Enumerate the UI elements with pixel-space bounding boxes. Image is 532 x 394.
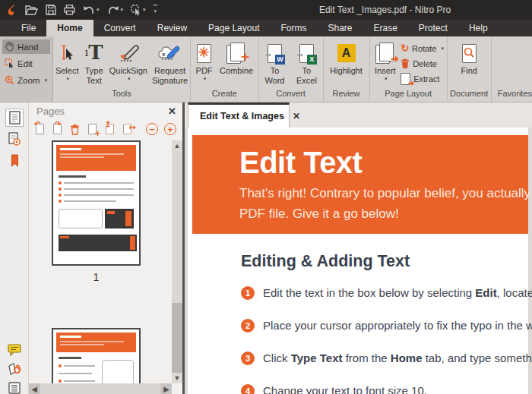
rotate-icon: ↻: [401, 43, 409, 53]
attachments-panel-icon[interactable]: [5, 361, 24, 379]
scroll-right-icon[interactable]: ▶: [161, 385, 172, 393]
rotate-page-right-icon[interactable]: ↷: [52, 122, 64, 136]
edit-icon: [5, 58, 14, 68]
pages-panel-icon[interactable]: [5, 109, 24, 127]
tab-convert[interactable]: Convert: [93, 20, 147, 36]
thumbnail-horizontal-scrollbar[interactable]: ◀ ▶: [29, 383, 172, 394]
undo-dropdown-icon[interactable]: ▾: [97, 7, 100, 13]
pages-panel: Pages ✕ ↶ ↷ + ↥ ↦ − +: [29, 102, 182, 394]
to-word-button[interactable]: →W To Word: [259, 39, 291, 89]
replace-page-icon[interactable]: ↦: [122, 122, 134, 136]
group-label-review: Review: [324, 89, 369, 102]
highlight-icon: A: [337, 40, 356, 66]
combine-button[interactable]: + Combine: [217, 39, 255, 89]
redo-dropdown-icon[interactable]: ▾: [121, 7, 124, 13]
ribbon-group-convert: →W To Word →X To Excel Convert: [259, 36, 324, 102]
print-icon[interactable]: [61, 2, 78, 18]
list-number-badge: 2: [241, 319, 255, 333]
to-excel-button[interactable]: →X To Excel: [290, 39, 322, 89]
pdf-create-button[interactable]: ✳ PDF ▾: [194, 39, 215, 89]
pages-panel-title: Pages: [36, 106, 168, 117]
tab-forms[interactable]: Forms: [270, 20, 317, 36]
rotate-page-left-icon[interactable]: ↶: [35, 122, 46, 136]
thumbnail-list: 1: [29, 140, 172, 383]
scroll-down-icon[interactable]: ▼: [172, 373, 182, 383]
doc-list-item-3: 3Click Type Text from the Home tab, and …: [241, 351, 528, 366]
group-label-create: Create: [191, 89, 258, 102]
bookmarks-panel-icon[interactable]: [5, 151, 24, 169]
find-icon: [462, 40, 477, 66]
to-excel-icon: →X: [299, 40, 314, 66]
select-tool-dropdown-icon[interactable]: ▾: [143, 7, 146, 13]
ribbon-group-favorites: Favorites: [492, 36, 532, 102]
rotate-button[interactable]: ↻ Rotate ▾: [401, 42, 444, 55]
insert-pages-icon: ➜: [375, 40, 395, 66]
ribbon-group-document: Find Document: [448, 36, 492, 102]
signatures-panel-icon[interactable]: [5, 130, 24, 148]
tab-home[interactable]: Home: [46, 20, 93, 36]
horizontal-scrollbar-thumb[interactable]: [40, 383, 160, 394]
zoom-out-thumbnails-icon[interactable]: −: [146, 123, 158, 135]
open-file-icon[interactable]: [22, 2, 41, 18]
list-number-badge: 3: [241, 351, 255, 365]
undo-icon[interactable]: ▾: [80, 2, 103, 18]
document-tab-label: Edit Text & Images: [200, 111, 284, 121]
tab-share[interactable]: Share: [317, 20, 363, 36]
save-icon[interactable]: [43, 2, 59, 18]
document-hero-banner: Edit Text That's right! Contrary to popu…: [192, 135, 528, 234]
insert-button[interactable]: ➜ Insert ▾: [372, 39, 398, 89]
comments-panel-icon[interactable]: [5, 341, 24, 359]
zoom-in-thumbnails-icon[interactable]: +: [164, 123, 176, 135]
list-item-text: Click Type Text from the Home tab, and t…: [263, 351, 532, 366]
select-tool-icon[interactable]: ▾: [128, 2, 149, 18]
list-item-text: Edit the text in the box below by select…: [263, 285, 532, 301]
nitro-logo-icon: [5, 2, 21, 18]
select-button[interactable]: Select ▾: [53, 39, 81, 89]
group-label-convert: Convert: [259, 89, 323, 102]
highlight-button[interactable]: A Highlight: [328, 39, 365, 89]
tab-page-layout[interactable]: Page Layout: [198, 20, 270, 36]
layers-panel-icon[interactable]: [5, 379, 24, 394]
group-label-tools: Tools: [53, 89, 190, 102]
type-text-button[interactable]: ıT Type Text: [81, 39, 106, 89]
insert-page-icon[interactable]: +: [87, 122, 99, 136]
ribbon-group-tools: Select ▾ ıT Type Text QuickSign ▾: [53, 36, 191, 102]
document-section-heading: Editing & Adding Text: [241, 252, 410, 271]
list-number-badge: 4: [241, 384, 255, 394]
pdf-create-icon: ✳: [197, 40, 211, 66]
request-signature-button[interactable]: x Request Signature: [150, 39, 190, 89]
zoom-tool-button[interactable]: Zoom ▾: [2, 73, 50, 87]
delete-page-icon[interactable]: [70, 122, 81, 136]
document-area: Edit Text & Images ✕ Edit Text That's ri…: [185, 102, 532, 394]
extract-button[interactable]: ➜ Extract: [401, 72, 444, 85]
close-document-tab-icon[interactable]: ✕: [293, 111, 300, 121]
nitro-pro-window: ▾ ▾ ▾ ▔▾ Edit Text _Images.pdf - Nitro P…: [0, 0, 532, 394]
vertical-scrollbar-thumb[interactable]: [172, 151, 182, 303]
extract-page-icon[interactable]: ↥: [105, 122, 116, 136]
page-1-thumbnail[interactable]: [52, 140, 141, 266]
document-tab[interactable]: Edit Text & Images ✕: [188, 102, 290, 128]
scroll-left-icon[interactable]: ◀: [29, 385, 40, 393]
tab-review[interactable]: Review: [147, 20, 198, 36]
to-word-icon: →W: [268, 40, 282, 66]
doc-list: 1Edit the text in the box below by selec…: [241, 285, 528, 394]
tab-file[interactable]: File: [11, 20, 46, 36]
thumbnail-vertical-scrollbar[interactable]: ▲ ▼: [172, 140, 182, 383]
extract-icon: ➜: [401, 73, 410, 85]
tab-protect[interactable]: Protect: [408, 20, 458, 36]
group-label-page-layout: Page Layout: [370, 89, 447, 102]
doc-list-item-2: 2Place your cursor appropriately to fix …: [241, 318, 528, 333]
close-pages-panel-icon[interactable]: ✕: [168, 106, 176, 117]
find-button[interactable]: Find: [458, 39, 479, 89]
tab-erase[interactable]: Erase: [363, 20, 408, 36]
delete-button[interactable]: Delete: [401, 57, 444, 70]
hand-tool-button[interactable]: Hand: [2, 39, 50, 54]
redo-icon[interactable]: ▾: [104, 2, 127, 18]
scroll-up-icon[interactable]: ▲: [172, 140, 182, 151]
quicksign-button[interactable]: QuickSign ▾: [107, 39, 150, 89]
tab-help[interactable]: Help: [458, 20, 499, 36]
customize-toolbar-icon[interactable]: ▔▾: [150, 2, 160, 18]
ribbon-group-page-layout: ➜ Insert ▾ ↻ Rotate ▾ Delete: [370, 36, 448, 102]
page-2-thumbnail[interactable]: [52, 328, 141, 383]
edit-tool-button[interactable]: Edit: [2, 56, 50, 71]
